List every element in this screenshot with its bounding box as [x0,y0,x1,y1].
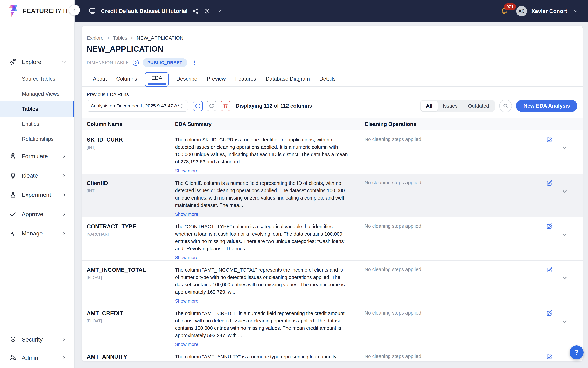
sidebar-item-label: Formulate [22,153,48,160]
sidebar-item-approve[interactable]: Approve [0,204,74,224]
breadcrumb-explore[interactable]: Explore [87,35,103,41]
table-row: CONTRACT_TYPE [VARCHAR] The "CONTRACT_TY… [82,217,583,260]
eda-summary-text: The column "AMT_ANNUITY" is a numeric ty… [175,353,348,361]
notifications-button[interactable]: 971 [500,7,508,15]
share-icon[interactable] [192,8,199,14]
show-more-link[interactable]: Show more [175,342,198,347]
row-expand-chevron-icon[interactable] [561,188,568,195]
filter-issues[interactable]: Issues [437,101,463,111]
cleaning-operations-text: No cleaning steps applied. [365,174,526,217]
tab-preview[interactable]: Preview [202,74,230,86]
shield-check-icon [9,336,17,343]
filter-segmented-control: All Issues Outdated [420,100,495,111]
row-expand-chevron-icon[interactable] [561,318,568,325]
sidebar-item-explore[interactable]: Explore [0,53,74,70]
sidebar-item-security[interactable]: Security [0,331,74,349]
tab-describe[interactable]: Describe [172,74,202,86]
main-content: Explore > Tables > NEW_APPLICATION NEW_A… [75,22,588,368]
filter-all[interactable]: All [421,101,437,111]
show-more-link[interactable]: Show more [175,255,198,260]
tab-features[interactable]: Features [231,74,261,86]
kebab-menu-icon[interactable] [192,60,197,66]
brand-logo[interactable]: FEATUREBYTE [0,0,74,22]
eda-summary-text: The column "AMT_CREDIT" is a numeric fie… [175,310,348,339]
sub-item-label: Entities [22,121,39,127]
column-type: [VARCHAR] [87,232,172,237]
sidebar-item-managed-views[interactable]: Managed Views [0,86,74,101]
page-title: NEW_APPLICATION [87,44,577,54]
sidebar-item-tables[interactable]: Tables [0,101,74,117]
sidebar-item-admin[interactable]: Admin [0,349,74,367]
sub-item-label: Tables [22,106,38,112]
sidebar-item-label: Ideate [22,172,38,179]
sidebar-item-manage[interactable]: Manage [0,224,74,243]
new-eda-analysis-button[interactable]: New EDA Analysis [516,100,577,112]
brand-wordmark: FEATUREBYTE [23,8,70,15]
eda-summary-text: The column SK_ID_CURR is a unique identi… [175,136,348,166]
eda-run-selected-value: Analysis on December 1, 2025 9:43:47 AM [91,103,179,109]
tab-database-diagram[interactable]: Database Diagram [261,74,314,86]
telescope-icon [9,58,17,65]
tab-eda[interactable]: EDA [145,72,169,87]
column-type: [FLOAT] [87,275,172,280]
sidebar-item-entities[interactable]: Entities [0,117,74,132]
edit-icon[interactable] [546,310,553,317]
refresh-run-button[interactable] [207,101,216,111]
delete-run-button[interactable] [221,101,231,111]
header-cleaning-operations: Cleaning Operations [365,121,526,127]
cleaning-operations-text: No cleaning steps applied. [365,260,526,304]
row-expand-chevron-icon[interactable] [561,275,568,281]
column-name: ClientID [87,180,172,186]
breadcrumb-tables[interactable]: Tables [113,35,127,41]
avatar[interactable]: XC [516,6,527,16]
show-more-link[interactable]: Show more [175,212,198,217]
edit-icon[interactable] [546,266,553,273]
sidebar-item-ideate[interactable]: Ideate [0,166,74,185]
help-circle-icon[interactable]: ? [133,60,139,66]
right-controls: All Issues Outdated New EDA Analysis [420,100,577,112]
explore-subnav: Source Tables Managed Views Tables Entit… [0,71,74,147]
chevron-down-icon[interactable] [217,9,222,14]
eda-controls-row: Analysis on December 1, 2025 9:43:47 AM [87,100,577,112]
edit-icon[interactable] [546,136,553,143]
sidebar-item-relationships[interactable]: Relationships [0,132,74,147]
edit-icon[interactable] [546,223,553,230]
displaying-count-text: Displaying 112 of 112 columns [236,103,312,109]
table-row: SK_ID_CURR [INT] The column SK_ID_CURR i… [82,130,583,174]
tab-columns[interactable]: Columns [111,74,142,86]
row-expand-chevron-icon[interactable] [561,231,568,238]
tab-details[interactable]: Details [315,74,340,86]
table-meta-row: DIMENSION TABLE ? PUBLIC_DRAFT [87,58,577,67]
sidebar-item-experiment[interactable]: Experiment [0,185,74,204]
filter-outdated[interactable]: Outdated [463,101,494,111]
eda-summary-text: The "CONTRACT_TYPE" column is a categori… [175,223,348,252]
help-fab-button[interactable]: ? [570,345,584,359]
show-more-link[interactable]: Show more [175,168,198,174]
edit-icon[interactable] [546,353,553,360]
edit-icon[interactable] [546,180,553,186]
breadcrumb-separator: > [131,35,133,41]
sidebar-collapse-button[interactable] [69,5,80,16]
tab-about[interactable]: About [88,74,111,86]
row-expand-chevron-icon[interactable] [561,145,568,151]
table-row: AMT_ANNUITY [FLOAT] The column "AMT_ANNU… [82,347,583,361]
search-button[interactable] [499,100,512,112]
run-info-button[interactable] [193,101,203,111]
sidebar: FEATUREBYTE Explore Source Tables Manage… [0,0,75,368]
chevron-right-icon [62,154,67,159]
column-type: [INT] [87,145,172,150]
table-detail-card: Explore > Tables > NEW_APPLICATION NEW_A… [82,26,583,361]
chevron-down-icon[interactable] [573,8,579,14]
sidebar-item-label: Explore [22,59,41,65]
gear-icon[interactable] [203,8,210,15]
monitor-icon [89,7,96,15]
table-type-label: DIMENSION TABLE [87,60,129,65]
chevron-right-icon [62,355,67,360]
sidebar-item-source-tables[interactable]: Source Tables [0,71,74,86]
sidebar-bottom: Security Admin [0,329,74,367]
sidebar-item-formulate[interactable]: Formulate [0,147,74,166]
show-more-link[interactable]: Show more [175,298,198,304]
eda-run-select[interactable]: Analysis on December 1, 2025 9:43:47 AM [87,100,188,111]
header-column-name: Column Name [82,121,175,127]
project-title: Credit Default Dataset UI tutorial [101,8,188,14]
